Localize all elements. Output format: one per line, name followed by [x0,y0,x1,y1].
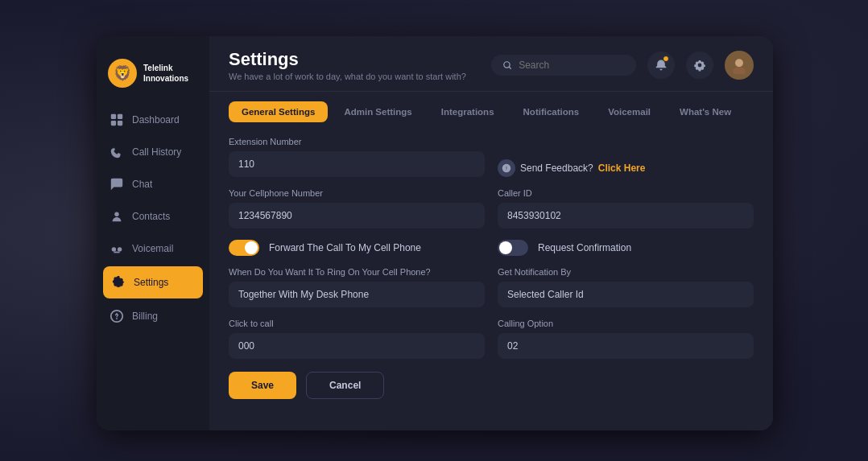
billing-icon [110,309,124,323]
page-title: Settings [229,49,466,70]
svg-rect-7 [114,252,119,253]
forward-label: Forward The Call To My Cell Phone [269,242,421,253]
extension-number-group: Extension Number [229,137,485,177]
header-left: Settings We have a lot of work to day, w… [229,49,466,81]
header: Settings We have a lot of work to day, w… [209,36,773,92]
notification-input[interactable] [498,282,754,307]
settings-icon [111,275,126,290]
forward-toggle[interactable] [229,240,259,256]
notification-label: Get Notification By [498,267,754,277]
logo: 🦁 Telelink Innovations [97,52,209,104]
main-content: Settings We have a lot of work to day, w… [209,36,773,430]
tabs-bar: General Settings Admin Settings Integrat… [209,92,773,122]
calling-option-group: Calling Option [498,319,754,359]
ring-label: When Do You Want It To Ring On Your Cell… [229,267,485,277]
notification-dot [663,56,669,62]
phone-icon [110,145,124,159]
sidebar-item-call-history[interactable]: Call History [97,136,209,168]
svg-point-5 [112,247,116,251]
user-avatar[interactable] [725,51,754,80]
contacts-icon [110,209,124,224]
tab-integrations[interactable]: Integrations [428,101,507,122]
notifications-button[interactable] [647,51,675,79]
calling-option-label: Calling Option [498,319,754,328]
chat-icon [110,177,124,191]
sidebar-item-settings[interactable]: Settings [103,266,203,298]
request-toggle[interactable] [498,240,528,256]
click-to-call-input[interactable] [229,333,485,359]
svg-rect-0 [111,114,116,119]
form-row-4: When Do You Want It To Ring On Your Cell… [229,267,754,307]
svg-point-6 [118,247,122,251]
click-to-call-label: Click to call [229,319,485,328]
click-to-call-group: Click to call [229,319,485,359]
sidebar-item-voicemail[interactable]: Voicemail [97,233,209,265]
caller-id-label: Caller ID [498,188,754,198]
svg-point-4 [114,212,118,216]
svg-rect-3 [118,121,122,126]
ring-group: When Do You Want It To Ring On Your Cell… [229,267,485,307]
sidebar-item-billing[interactable]: Billing [97,300,209,332]
sidebar-item-contacts[interactable]: Contacts [97,200,209,233]
cancel-button[interactable]: Cancel [306,372,384,399]
extension-number-input[interactable] [229,151,485,177]
svg-rect-1 [118,114,122,119]
tab-whats-new[interactable]: What's New [667,101,744,122]
forward-toggle-group: Forward The Call To My Cell Phone [229,240,485,256]
form-row-2: Your Cellphone Number Caller ID [229,188,754,228]
feedback-text: Send Feedback? [520,163,593,174]
settings-body: Extension Number Send Feedback? Click He… [209,122,773,430]
tab-voicemail[interactable]: Voicemail [595,101,663,122]
search-icon [502,60,512,71]
caller-id-group: Caller ID [498,188,754,228]
sidebar-label-call-history: Call History [132,146,181,158]
form-row-5: Click to call Calling Option [229,319,754,359]
gear-button[interactable] [686,51,713,79]
header-right [491,51,754,80]
tab-notifications[interactable]: Notifications [510,101,593,122]
voicemail-icon [110,241,124,256]
sidebar-label-voicemail: Voicemail [132,243,173,254]
cellphone-group: Your Cellphone Number [229,188,485,228]
sidebar-label-settings: Settings [134,277,168,288]
form-row-1: Extension Number Send Feedback? Click He… [229,137,754,177]
feedback-link[interactable]: Click Here [598,163,646,174]
feedback-group: Send Feedback? Click Here [498,137,754,177]
request-toggle-group: Request Confirmation [498,240,754,256]
toggle-row: Forward The Call To My Cell Phone Reques… [229,240,754,256]
action-row: Save Cancel [229,372,754,399]
sidebar-label-billing: Billing [132,311,158,322]
logo-icon: 🦁 [108,59,137,88]
caller-id-input[interactable] [498,203,754,228]
tab-admin-settings[interactable]: Admin Settings [331,101,424,122]
feedback-icon [498,159,515,177]
avatar-icon [730,56,748,74]
ring-input[interactable] [229,282,485,307]
sidebar-item-chat[interactable]: Chat [97,168,209,200]
cellphone-label: Your Cellphone Number [229,188,485,198]
svg-point-10 [735,59,743,67]
save-button[interactable]: Save [229,372,296,399]
sidebar-label-chat: Chat [132,179,152,190]
tab-general-settings[interactable]: General Settings [229,101,328,122]
sidebar-label-dashboard: Dashboard [132,114,180,126]
notification-group: Get Notification By [498,267,754,307]
cellphone-input[interactable] [229,203,485,228]
sidebar: 🦁 Telelink Innovations Dashboard Call Hi… [97,36,209,430]
search-input[interactable] [519,60,625,71]
sidebar-label-contacts: Contacts [132,211,170,222]
logo-text: Telelink Innovations [143,63,188,84]
sidebar-item-dashboard[interactable]: Dashboard [97,104,209,136]
extension-number-label: Extension Number [229,137,485,146]
message-circle-icon [502,163,511,173]
gear-icon [693,59,706,72]
grid-icon [110,113,124,127]
calling-option-input[interactable] [498,333,754,359]
svg-point-11 [733,67,745,74]
request-label: Request Confirmation [538,242,631,253]
app-container: 🦁 Telelink Innovations Dashboard Call Hi… [97,36,773,430]
svg-rect-2 [111,121,116,126]
search-box[interactable] [491,55,636,76]
page-subtitle: We have a lot of work to day, what do yo… [229,72,466,81]
feedback-row: Send Feedback? Click Here [498,159,754,177]
